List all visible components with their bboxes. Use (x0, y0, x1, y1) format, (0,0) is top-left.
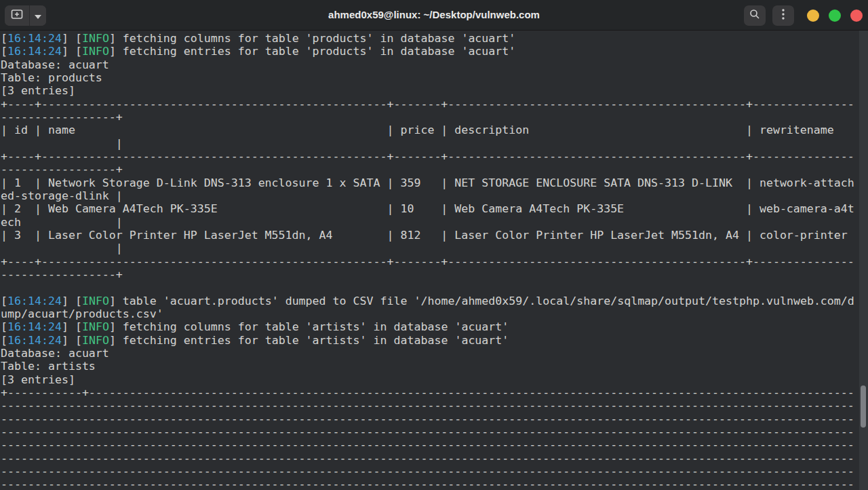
terminal-line: Database: acuart (1, 58, 859, 71)
minimize-button[interactable] (807, 10, 819, 22)
terminal-line: [16:14:24] [INFO] fetching columns for t… (1, 32, 859, 45)
window-title: ahmed0x59@linux: ~/Desktop/vulnweb.com (0, 0, 868, 30)
terminal-line: -----------------+ (1, 268, 859, 281)
close-button[interactable] (850, 10, 863, 22)
terminal-line: | 2 | Web Camera A4Tech PK-335E | 10 | W… (1, 202, 859, 215)
terminal-line: ----------------------------------------… (1, 426, 859, 438)
terminal-line: ----------------------------------------… (1, 413, 859, 426)
terminal-line: ech | (1, 216, 859, 229)
menu-button[interactable] (772, 5, 794, 26)
search-icon (749, 9, 760, 22)
terminal-line: +----+----------------------------------… (1, 255, 859, 268)
scrollbar-thumb[interactable] (861, 385, 866, 428)
terminal-line: +----+----------------------------------… (1, 150, 859, 163)
terminal-line: | 1 | Network Storage D-Link DNS-313 enc… (1, 176, 859, 189)
terminal-line: [16:14:24] [INFO] table 'acuart.products… (1, 295, 859, 307)
maximize-button[interactable] (829, 10, 841, 22)
terminal-line: [3 entries] (1, 373, 859, 386)
terminal-line: | (1, 242, 859, 255)
search-button[interactable] (744, 5, 766, 26)
terminal-line: +-----------+---------------------------… (1, 386, 859, 399)
titlebar: ahmed0x59@linux: ~/Desktop/vulnweb.com (0, 0, 868, 31)
terminal-line: Table: artists (1, 360, 859, 373)
kebab-menu-icon (782, 9, 785, 22)
terminal-line: -----------------+ (1, 111, 859, 124)
terminal-line: | id | name | price | description | rewr… (1, 124, 859, 136)
terminal-line: [3 entries] (1, 84, 859, 97)
terminal-line: ----------------------------------------… (1, 452, 859, 465)
terminal-line: ----------------------------------------… (1, 465, 859, 478)
terminal-line: ump/acuart/products.csv' (1, 307, 859, 320)
terminal-line: Database: acuart (1, 347, 859, 360)
terminal-line: -----------------+ (1, 163, 859, 176)
terminal-line: Table: products (1, 71, 859, 84)
terminal-line: ----------------------------------------… (1, 438, 859, 451)
terminal-line: | 3 | Laser Color Printer HP LaserJet M5… (1, 229, 859, 242)
terminal-line: | (1, 137, 859, 150)
terminal-line: [16:14:24] [INFO] fetching columns for t… (1, 320, 859, 333)
terminal-output[interactable]: [16:14:24] [INFO] fetching columns for t… (0, 31, 859, 490)
terminal-line: ----------------------------------------… (1, 399, 859, 412)
terminal-line: +----+----------------------------------… (1, 98, 859, 111)
terminal-line: [16:14:24] [INFO] fetching entries for t… (1, 334, 859, 347)
terminal-line: ed-storage-dlink | (1, 189, 859, 202)
terminal-line: [16:14:24] [INFO] fetching entries for t… (1, 45, 859, 58)
terminal-line: ----------------------------------------… (1, 478, 859, 490)
scrollbar[interactable] (859, 31, 868, 490)
terminal-line (1, 281, 859, 294)
